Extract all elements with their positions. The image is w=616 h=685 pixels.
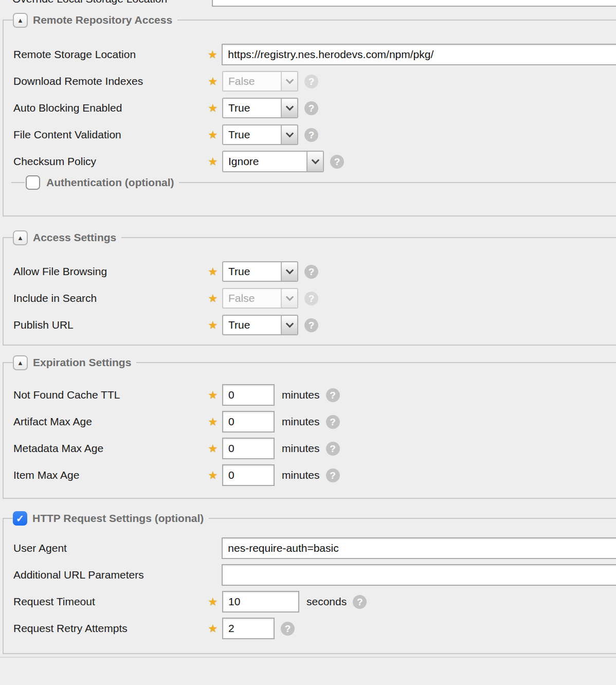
required-star-icon: ★	[207, 389, 219, 401]
field-row-user-agent: User Agent ★	[13, 538, 616, 558]
legend-http-request-settings: ✓ HTTP Request Settings (optional)	[3, 510, 616, 527]
request-retry-attempts-input[interactable]	[222, 618, 275, 639]
fieldset-remote-repository-access: ▲ Remote Repository Access Remote Storag…	[3, 20, 616, 217]
additional-url-parameters-input[interactable]	[222, 564, 616, 586]
collapse-toggle-button[interactable]: ▲	[13, 13, 28, 28]
field-label: Artifact Max Age	[13, 416, 207, 428]
field-label: Request Timeout	[13, 596, 207, 608]
legend-expiration-settings: ▲ Expiration Settings	[3, 354, 616, 371]
section-title: HTTP Request Settings (optional)	[32, 512, 204, 525]
section-title: Remote Repository Access	[33, 14, 172, 26]
triangle-up-icon: ▲	[17, 17, 24, 24]
field-row-artifact-max-age: Artifact Max Age ★ minutes ?	[13, 411, 616, 432]
required-star-icon: ★	[207, 292, 219, 304]
chevron-down-icon[interactable]	[281, 125, 297, 144]
unit-label: minutes	[282, 469, 320, 481]
remote-storage-location-input[interactable]	[222, 44, 616, 65]
field-label: Item Max Age	[13, 469, 207, 481]
required-star-icon: ★	[207, 155, 219, 168]
triangle-up-icon: ▲	[17, 359, 24, 366]
field-row-additional-url-parameters: Additional URL Parameters ★	[13, 565, 616, 585]
field-row-include-in-search: Include in Search ★ False ?	[13, 288, 616, 309]
required-star-icon: ★	[207, 442, 219, 455]
metadata-max-age-input[interactable]	[222, 438, 275, 459]
authentication-checkbox[interactable]	[26, 175, 40, 190]
field-row-remote-storage-location: Remote Storage Location ★	[13, 44, 616, 65]
collapse-toggle-button[interactable]: ▲	[13, 230, 28, 245]
auto-blocking-enabled-dropdown[interactable]: True	[222, 98, 298, 118]
file-content-validation-dropdown[interactable]: True	[222, 124, 298, 145]
help-icon[interactable]: ?	[330, 155, 344, 169]
fieldset-expiration-settings: ▲ Expiration Settings Not Found Cache TT…	[3, 363, 616, 499]
required-star-icon: ★	[207, 622, 219, 635]
help-icon[interactable]: ?	[326, 388, 340, 402]
chevron-down-icon[interactable]	[306, 152, 323, 171]
field-row-publish-url: Publish URL ★ True ?	[13, 315, 616, 335]
http-request-settings-checkbox[interactable]: ✓	[13, 511, 27, 526]
help-icon[interactable]: ?	[304, 128, 318, 142]
fieldset-access-settings: ▲ Access Settings Allow File Browsing ★ …	[3, 238, 616, 346]
user-agent-input[interactable]	[222, 537, 616, 559]
help-icon[interactable]: ?	[353, 595, 367, 609]
checkmark-icon: ✓	[16, 513, 24, 525]
field-row-item-max-age: Item Max Age ★ minutes ?	[13, 465, 616, 485]
not-found-cache-ttl-input[interactable]	[222, 384, 275, 406]
checksum-policy-dropdown[interactable]: Ignore	[222, 151, 324, 172]
collapse-toggle-button[interactable]: ▲	[13, 355, 28, 370]
field-row-auto-blocking-enabled: Auto Blocking Enabled ★ True ?	[13, 98, 616, 118]
field-row-download-remote-indexes: Download Remote Indexes ★ False ?	[13, 71, 616, 92]
panel-bottom-edge	[0, 657, 616, 658]
chevron-down-icon[interactable]	[281, 262, 297, 281]
field-label: File Content Validation	[13, 129, 207, 141]
help-icon[interactable]: ?	[326, 468, 340, 482]
unit-label: minutes	[282, 416, 320, 428]
chevron-down-icon[interactable]	[281, 99, 297, 117]
repository-config-panel: Override Local Storage Location ▲ Remote…	[0, 0, 616, 685]
field-label: Request Retry Attempts	[13, 622, 207, 635]
download-remote-indexes-dropdown: False	[222, 71, 298, 92]
field-row-metadata-max-age: Metadata Max Age ★ minutes ?	[13, 438, 616, 459]
required-star-icon: ★	[207, 75, 219, 87]
help-icon[interactable]: ?	[304, 292, 318, 305]
legend-remote-repository-access: ▲ Remote Repository Access	[3, 12, 616, 28]
include-in-search-dropdown: False	[222, 288, 298, 309]
chevron-down-icon[interactable]	[281, 316, 297, 334]
publish-url-dropdown[interactable]: True	[222, 315, 298, 335]
help-icon[interactable]: ?	[304, 318, 318, 332]
help-icon[interactable]: ?	[326, 442, 340, 456]
required-star-icon: ★	[207, 416, 219, 428]
help-icon[interactable]: ?	[304, 101, 318, 115]
legend-access-settings: ▲ Access Settings	[3, 229, 616, 246]
required-star-icon: ★	[207, 469, 219, 481]
field-label: Checksum Policy	[13, 155, 207, 168]
required-star-icon: ★	[207, 596, 219, 608]
artifact-max-age-input[interactable]	[222, 411, 275, 432]
field-row-file-content-validation: File Content Validation ★ True ?	[13, 124, 616, 145]
request-timeout-input[interactable]	[222, 591, 299, 612]
section-title: Access Settings	[33, 231, 116, 244]
fieldset-http-request-settings: ✓ HTTP Request Settings (optional) User …	[3, 518, 616, 654]
field-label: Remote Storage Location	[13, 48, 206, 61]
required-star-icon: ★	[207, 319, 219, 331]
required-star-icon: ★	[207, 265, 219, 278]
item-max-age-input[interactable]	[222, 464, 275, 486]
field-row-allow-file-browsing: Allow File Browsing ★ True ?	[13, 261, 616, 282]
field-row-request-timeout: Request Timeout ★ seconds ?	[13, 591, 616, 612]
allow-file-browsing-dropdown[interactable]: True	[222, 261, 298, 282]
triangle-up-icon: ▲	[17, 235, 24, 241]
help-icon[interactable]: ?	[326, 415, 340, 429]
unit-label: seconds	[306, 596, 347, 608]
override-local-storage-label: Override Local Storage Location	[12, 0, 167, 5]
help-icon[interactable]: ?	[304, 75, 318, 88]
field-row-not-found-cache-ttl: Not Found Cache TTL ★ minutes ?	[13, 385, 616, 405]
section-title: Expiration Settings	[33, 356, 131, 369]
auth-optional-subsection: Authentication (optional)	[11, 175, 616, 190]
field-label: Allow File Browsing	[13, 265, 207, 278]
override-local-storage-input[interactable]	[212, 0, 616, 7]
help-icon[interactable]: ?	[304, 265, 318, 279]
auth-subsection-title: Authentication (optional)	[46, 176, 174, 189]
field-label: Publish URL	[13, 319, 207, 331]
unit-label: minutes	[282, 389, 320, 401]
field-label: Additional URL Parameters	[13, 569, 206, 581]
help-icon[interactable]: ?	[281, 622, 295, 636]
